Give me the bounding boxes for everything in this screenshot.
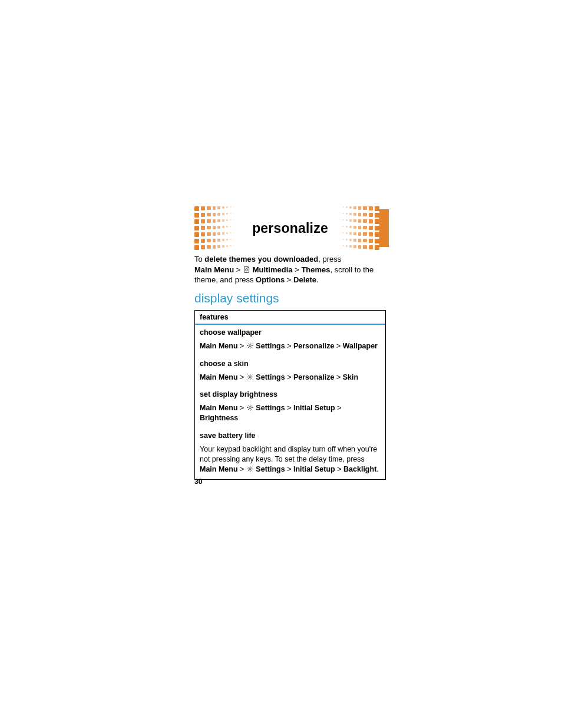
menu-path-item: Personalize	[293, 342, 334, 350]
menu-path-item: Brightness	[200, 414, 238, 422]
multimedia-icon	[243, 266, 250, 274]
sep: >	[287, 342, 293, 350]
sep: >	[236, 265, 243, 274]
svg-rect-1	[247, 267, 249, 268]
svg-line-19	[248, 378, 249, 378]
svg-line-25	[248, 406, 249, 406]
table-row: set display brightness Main Menu > Setti…	[195, 387, 385, 428]
intro-text: , press	[318, 255, 341, 263]
sep: >	[240, 342, 246, 350]
gear-icon	[246, 404, 254, 411]
sep: >	[287, 465, 293, 473]
feature-title: choose wallpaper	[195, 325, 385, 339]
menu-path-item: Main Menu	[200, 465, 238, 473]
menu-path-item: Settings	[256, 465, 285, 473]
page-number: 30	[194, 477, 202, 486]
feature-body: Main Menu > Settings > Personalize > Ski…	[195, 370, 385, 387]
menu-path-item: Skin	[343, 373, 358, 381]
menu-path-item: Multimedia	[253, 265, 293, 274]
feature-text: .	[376, 465, 378, 473]
svg-point-29	[249, 468, 252, 470]
svg-point-20	[249, 407, 252, 409]
gear-icon	[246, 465, 254, 473]
svg-line-7	[248, 343, 249, 344]
menu-path-item: Initial Setup	[293, 465, 335, 473]
menu-path-item: Backlight	[343, 465, 376, 473]
svg-line-34	[248, 467, 249, 467]
svg-point-0	[246, 268, 248, 271]
page-content: personalize To delete themes you downloa…	[194, 209, 386, 480]
sep: >	[240, 465, 246, 473]
svg-line-28	[248, 409, 249, 410]
feature-text: Your keypad backlight and display turn o…	[200, 445, 377, 463]
table-row: choose a skin Main Menu > Settings > Per…	[195, 356, 385, 387]
menu-path-item: Settings	[256, 373, 285, 381]
menu-path-item: Initial Setup	[293, 404, 335, 412]
feature-body: Main Menu > Settings > Initial Setup > B…	[195, 401, 385, 428]
table-header: features	[195, 311, 385, 325]
menu-path-item: Main Menu	[200, 373, 238, 381]
feature-body: Main Menu > Settings > Personalize > Wal…	[195, 339, 385, 356]
menu-path-item: Settings	[256, 342, 285, 350]
menu-path-item: Themes	[301, 265, 330, 274]
menu-path-item: Personalize	[293, 373, 334, 381]
svg-point-2	[249, 344, 252, 347]
svg-line-37	[248, 470, 249, 471]
menu-path-item: Options	[256, 275, 285, 284]
feature-title: set display brightness	[195, 387, 385, 401]
sep: >	[287, 404, 293, 412]
svg-line-26	[252, 409, 252, 410]
svg-line-36	[252, 467, 252, 467]
menu-path-item: Main Menu	[200, 404, 238, 412]
menu-path-item: Main Menu	[200, 342, 238, 350]
table-row: choose wallpaper Main Menu > Settings > …	[195, 325, 385, 356]
svg-line-10	[248, 347, 249, 347]
gear-icon	[246, 373, 254, 381]
sep: >	[336, 342, 343, 350]
svg-line-35	[252, 470, 252, 471]
gear-icon	[246, 342, 254, 350]
sep: >	[337, 404, 341, 412]
features-table: features choose wallpaper Main Menu > Se…	[194, 310, 386, 480]
sep: >	[287, 373, 293, 381]
table-row: save battery life Your keypad backlight …	[195, 428, 385, 479]
sep: >	[337, 465, 343, 473]
sep: >	[240, 373, 246, 381]
menu-path-item: Main Menu	[194, 265, 234, 274]
menu-path-item: Wallpaper	[343, 342, 378, 350]
menu-path-item: Delete	[293, 275, 316, 284]
header-ornament-right	[330, 209, 389, 247]
feature-body: Your keypad backlight and display turn o…	[195, 442, 385, 479]
intro-paragraph: To delete themes you downloaded, press M…	[194, 254, 386, 285]
svg-line-8	[252, 347, 252, 347]
svg-line-27	[252, 406, 252, 406]
svg-line-17	[252, 378, 252, 378]
section-title: display settings	[194, 291, 386, 305]
feature-title: choose a skin	[195, 356, 385, 370]
sep: >	[336, 373, 343, 381]
sep: >	[287, 275, 293, 284]
sep: >	[295, 265, 301, 274]
menu-path-item: Settings	[256, 404, 285, 412]
svg-line-9	[252, 343, 252, 344]
intro-text: To	[194, 255, 204, 263]
intro-bold: delete themes you downloaded	[204, 255, 318, 263]
sep: >	[240, 404, 246, 412]
feature-title: save battery life	[195, 428, 385, 442]
svg-line-16	[248, 374, 249, 375]
header-band: personalize	[194, 209, 386, 247]
svg-line-18	[252, 374, 252, 375]
intro-text: .	[316, 275, 319, 284]
svg-point-11	[249, 375, 252, 378]
